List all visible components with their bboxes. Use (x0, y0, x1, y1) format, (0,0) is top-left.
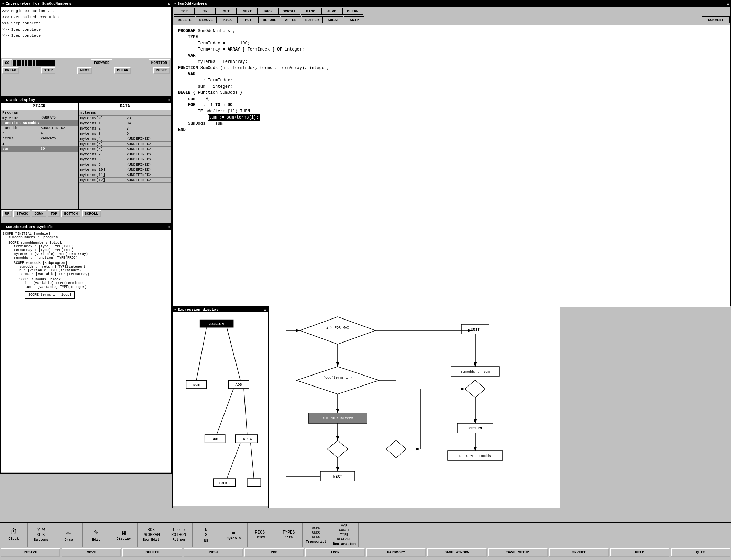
rothon-row2: ROTHON (171, 533, 186, 537)
display-icon: ▦ (122, 529, 126, 536)
for-max-diamond (300, 317, 375, 344)
table-row: Program (1, 110, 78, 115)
index-label: INDEX (241, 437, 252, 441)
help-button[interactable]: HELP (610, 548, 669, 557)
clock-tool[interactable]: ⏱ Clock (0, 523, 28, 547)
stack-bottom-button[interactable]: BOTTOM (61, 210, 80, 217)
toolbar-buffer[interactable]: BUFFER (302, 16, 323, 23)
box-edit-tool[interactable]: BOX PROGRAM Box Edit (138, 523, 165, 547)
flowchart-window: i > FOR_MAX (odd(terms[i]) sum := sum+te… (268, 306, 560, 508)
toolbar-misc[interactable]: MISC (301, 8, 321, 15)
exit-label: EXIT (471, 327, 480, 332)
buttons-tool[interactable]: Y W G B Buttons (28, 523, 55, 547)
table-row: myterms[9]<UNDEFINED> (79, 162, 171, 167)
display-label: Display (116, 537, 131, 541)
clear-button[interactable]: CLEAR (114, 67, 131, 74)
toolbar-clean[interactable]: CLEAN (342, 8, 363, 15)
expr-close-icon[interactable]: ⊠ (264, 307, 266, 312)
clock-icon: ⏱ (10, 529, 18, 536)
save-window-button[interactable]: SAVE WINDOW (427, 548, 487, 557)
toolbar-out[interactable]: OUT (216, 8, 237, 15)
go-button[interactable]: GO (2, 59, 12, 66)
symbols-close-icon[interactable]: ⊠ (168, 225, 170, 229)
declaration-tool[interactable]: VAR CONST TYPE DECLARE Declaration (330, 523, 359, 547)
rothon-row1: f-o-o (171, 528, 186, 533)
data-cell: <UNDEFINED> (125, 162, 171, 167)
symbols-window: ✦ SumOddNumbers Symbols ⊠ SCOPE *INITIAL… (0, 223, 172, 474)
toolbar-subst[interactable]: SUBST (323, 16, 343, 23)
stack-cell (39, 110, 78, 115)
transcript-tool[interactable]: ⌘CMD UNDO REDO Transcript (303, 523, 330, 547)
code-display-area[interactable]: PROGRAM SumOddNumbers ; TYPE TermIndex =… (173, 25, 730, 307)
rothon-tool[interactable]: f-o-o ROTHON Rothon (165, 523, 193, 547)
symbols-tool[interactable]: ≡ Symbols (220, 523, 248, 547)
toolbar-jump[interactable]: JUMP (321, 8, 342, 15)
table-row: myterms[3]9 (79, 131, 171, 136)
pics-tool[interactable]: PICS_ PICS (248, 523, 275, 547)
forward-button[interactable]: FORWARD (91, 59, 112, 66)
tool-items-row: ⏱ Clock Y W G B Buttons ✏ Draw ✎ Edit ▦ … (0, 523, 731, 547)
interpreter-window: ✦ Interpreter for SumOddNumbers ⊠ >>> Be… (0, 0, 172, 96)
data-column-header: DATA (79, 103, 171, 110)
toolbar-remove[interactable]: REMOVE (196, 16, 217, 23)
stack-stack-button[interactable]: STACK (13, 210, 30, 217)
toolbar-scroll[interactable]: SCROLL (279, 8, 300, 15)
stack-up-button[interactable]: UP (2, 210, 12, 217)
ns-tool[interactable]: N S NS (193, 523, 220, 547)
ns-icon: N S (204, 527, 208, 539)
hardcopy-button[interactable]: HARDCOPY (366, 548, 426, 557)
toolbar-delete[interactable]: DELETE (174, 16, 195, 23)
expr-title-icon: ✦ (174, 307, 176, 312)
edit-tool[interactable]: ✎ Edit (83, 523, 110, 547)
table-row: myterms[0]23 (79, 116, 171, 121)
stack-down-button[interactable]: DOWN (32, 210, 46, 217)
toolbar-back[interactable]: BACK (258, 8, 279, 15)
stack-close-icon[interactable]: ⊠ (168, 98, 170, 102)
icon-button[interactable]: ICON (305, 548, 365, 557)
push-button[interactable]: PUSH (184, 548, 243, 557)
toolbar-top[interactable]: TOP (174, 8, 195, 15)
stack-top-button[interactable]: TOP (48, 210, 60, 217)
comment-button[interactable]: COMMENT (702, 16, 730, 23)
symbols-title-text: SumOddNumbers Symbols (6, 225, 54, 229)
table-row: myterms[12]<UNDEFINED> (79, 178, 171, 183)
delete-button[interactable]: DELETE (122, 548, 182, 557)
save-setup-button[interactable]: SAVE SETUP (488, 548, 547, 557)
pop-button[interactable]: POP (244, 548, 304, 557)
toolbar-pick[interactable]: PICK (217, 16, 238, 23)
output-line-2: >>> User halted execution (2, 14, 170, 20)
resize-button[interactable]: RESIZE (1, 548, 60, 557)
next-label: NEXT (333, 474, 342, 479)
stack-window: ✦ Stack Display ⊠ STACK Program myterms<… (0, 96, 172, 223)
reset-button[interactable]: RESET (153, 67, 170, 74)
next-button[interactable]: NEXT (77, 67, 92, 74)
data-tool[interactable]: TYPES Data (275, 523, 303, 547)
move-button[interactable]: MOVE (62, 548, 121, 557)
data-cell: myterms[9] (79, 162, 125, 167)
symbols-line: SCOPE sumodds [subprogram] (14, 261, 169, 265)
display-tool[interactable]: ▦ Display (110, 523, 138, 547)
stack-cell: 39 (39, 146, 78, 152)
table-row: myterms<ARRAY> (1, 115, 78, 121)
toolbar-before[interactable]: BEFORE (259, 16, 280, 23)
code-editor-close-icon[interactable]: ⊠ (727, 2, 729, 6)
stack-cell: sum (1, 146, 39, 152)
terms-label: terms (219, 481, 230, 485)
toolbar-after[interactable]: AFTER (281, 16, 301, 23)
step-button[interactable]: STEP (41, 67, 55, 74)
symbols-content: SCOPE *INITIAL [module] sumoddnumbers : … (1, 230, 171, 472)
toolbar-next[interactable]: NEXT (237, 8, 258, 15)
toolbar-in[interactable]: IN (195, 8, 216, 15)
monitor-button[interactable]: MONITOR (149, 59, 170, 66)
quit-button[interactable]: QUIT (671, 548, 730, 557)
interpreter-close-icon[interactable]: ⊠ (168, 2, 170, 6)
break-button[interactable]: BREAK (2, 67, 19, 74)
symbols-line: termindex : [type] TYPE(TYPE) (14, 245, 169, 248)
symbols-line: sumodds : [function] TYPE(PROC) (14, 256, 169, 260)
draw-tool[interactable]: ✏ Draw (55, 523, 83, 547)
toolbar-skip[interactable]: SKIP (344, 16, 364, 23)
stack-scroll-button[interactable]: SCROLL (82, 210, 101, 217)
toolbar-put[interactable]: PUT (238, 16, 259, 23)
data-cell: <UNDEFINED> (125, 136, 171, 142)
invert-button[interactable]: INVERT (549, 548, 609, 557)
